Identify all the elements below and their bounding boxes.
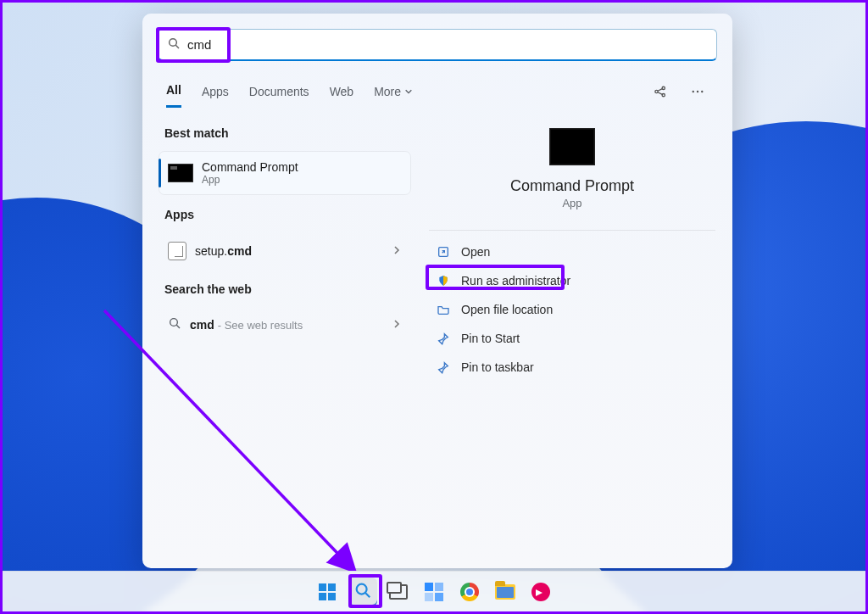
folder-icon	[495, 584, 515, 600]
action-run-admin[interactable]: Run as administrator	[429, 266, 715, 295]
app-icon	[531, 583, 550, 601]
chrome-icon	[460, 583, 479, 601]
taskbar-search[interactable]	[348, 578, 377, 606]
search-icon	[353, 581, 372, 603]
svg-line-1	[175, 45, 179, 48]
search-input[interactable]	[187, 37, 708, 52]
svg-point-8	[697, 91, 698, 92]
svg-line-5	[658, 89, 662, 92]
chevron-right-icon	[392, 317, 402, 332]
svg-point-9	[701, 91, 703, 92]
more-options-icon[interactable]	[687, 81, 709, 105]
taskbar-app[interactable]	[526, 578, 555, 606]
section-apps: Apps	[159, 204, 410, 223]
taskbar	[3, 571, 865, 611]
action-pin-start[interactable]: Pin to Start	[429, 324, 715, 353]
widgets-icon	[425, 583, 443, 601]
result-title: Command Prompt	[202, 160, 298, 174]
search-icon	[168, 316, 181, 333]
divider	[429, 230, 715, 231]
tab-more[interactable]: More	[374, 80, 413, 107]
folder-icon	[436, 302, 451, 317]
svg-point-2	[655, 90, 658, 92]
result-best-match[interactable]: Command Prompt App	[159, 152, 410, 194]
chevron-down-icon	[404, 87, 413, 96]
result-title: cmd - See web results	[190, 318, 303, 332]
task-view-icon	[389, 584, 408, 600]
action-open-location[interactable]: Open file location	[429, 295, 715, 324]
svg-point-7	[693, 91, 694, 92]
tab-documents[interactable]: Documents	[249, 80, 309, 107]
script-icon	[168, 242, 186, 260]
svg-line-6	[658, 92, 662, 95]
filter-tabs: All Apps Documents Web More	[142, 66, 732, 108]
tab-all[interactable]: All	[166, 78, 181, 108]
section-best-match: Best match	[159, 123, 410, 142]
taskbar-widgets[interactable]	[420, 578, 448, 606]
chevron-right-icon	[392, 243, 402, 259]
action-pin-taskbar[interactable]: Pin to taskbar	[429, 353, 715, 382]
windows-logo-icon	[319, 583, 336, 600]
svg-line-15	[365, 593, 370, 597]
tab-web[interactable]: Web	[330, 80, 354, 107]
action-open[interactable]: Open	[429, 237, 715, 266]
svg-point-10	[170, 319, 178, 327]
result-title: setup.cmd	[195, 244, 252, 258]
svg-line-11	[176, 325, 180, 328]
svg-point-0	[170, 38, 177, 46]
tab-apps[interactable]: Apps	[202, 80, 229, 107]
taskbar-chrome[interactable]	[455, 578, 484, 606]
result-web-item[interactable]: cmd - See web results	[159, 308, 410, 342]
pin-icon	[436, 331, 451, 346]
taskbar-start[interactable]	[313, 578, 342, 606]
share-icon[interactable]	[649, 81, 671, 105]
details-title: Command Prompt	[510, 177, 634, 195]
start-search-panel: All Apps Documents Web More Best match C…	[142, 14, 732, 568]
svg-point-3	[662, 87, 665, 89]
open-icon	[436, 244, 451, 260]
taskbar-explorer[interactable]	[491, 578, 520, 606]
cmd-icon	[168, 164, 193, 182]
shield-icon	[436, 273, 451, 288]
cmd-icon	[549, 128, 595, 165]
svg-point-14	[357, 583, 367, 594]
taskbar-taskview[interactable]	[384, 578, 413, 606]
svg-point-4	[662, 93, 665, 96]
search-icon	[167, 36, 181, 53]
result-app-item[interactable]: setup.cmd	[159, 233, 410, 269]
search-box[interactable]	[158, 29, 717, 61]
section-search-web: Search the web	[159, 279, 410, 298]
pin-icon	[436, 360, 451, 375]
result-subtitle: App	[202, 174, 298, 186]
details-subtitle: App	[562, 197, 581, 209]
